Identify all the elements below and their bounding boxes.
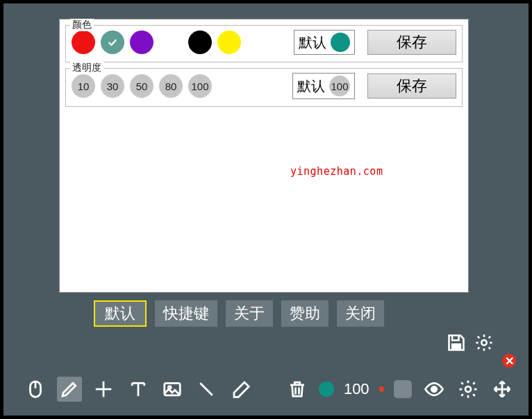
color-swatch-black[interactable] xyxy=(188,31,212,54)
tab-bar: 默认快捷键关于赞助关闭 xyxy=(94,300,384,327)
image-tool[interactable] xyxy=(160,377,184,402)
line-tool[interactable] xyxy=(194,377,219,402)
color-swatch-red[interactable] xyxy=(72,31,95,54)
color-fieldset: 颜色 默认 保存 xyxy=(65,25,463,62)
mouse-tool[interactable] xyxy=(23,377,47,402)
pencil-tool[interactable] xyxy=(57,377,81,402)
tab-4[interactable]: 关闭 xyxy=(337,300,384,327)
opacity-option-10[interactable]: 10 xyxy=(72,74,95,98)
color-default-label: 默认 xyxy=(299,33,326,52)
opacity-option-80[interactable]: 80 xyxy=(159,74,183,98)
upper-icons xyxy=(447,333,494,352)
tab-0[interactable]: 默认 xyxy=(94,300,147,327)
opacity-legend: 透明度 xyxy=(70,62,103,74)
toolbar-size-dot[interactable] xyxy=(379,386,385,392)
opacity-default-value: 100 xyxy=(329,76,350,96)
close-icon[interactable]: ✕ xyxy=(502,354,516,368)
color-legend: 颜色 xyxy=(70,19,94,31)
opacity-option-30[interactable]: 30 xyxy=(101,74,124,98)
svg-point-14 xyxy=(431,386,437,392)
color-default-box[interactable]: 默认 xyxy=(294,30,355,55)
crosshair-tool[interactable] xyxy=(92,377,116,402)
eye-icon[interactable] xyxy=(422,377,446,402)
opacity-fieldset: 透明度 10305080100 默认 100 保存 xyxy=(65,68,463,107)
tab-2[interactable]: 关于 xyxy=(226,300,273,327)
opacity-row: 10305080100 默认 100 保存 xyxy=(72,73,456,99)
opacity-save-button[interactable]: 保存 xyxy=(367,74,456,99)
opacity-default-box[interactable]: 默认 100 xyxy=(292,73,355,99)
svg-point-15 xyxy=(465,386,471,392)
gear-icon[interactable] xyxy=(474,333,494,352)
color-swatch-white[interactable] xyxy=(159,31,183,54)
toolbar-opacity-value[interactable]: 100 xyxy=(344,380,369,398)
color-default-swatch xyxy=(331,33,350,52)
opacity-option-50[interactable]: 50 xyxy=(130,74,153,98)
color-save-button[interactable]: 保存 xyxy=(367,30,456,55)
opacity-option-100[interactable]: 100 xyxy=(188,74,212,98)
text-tool[interactable] xyxy=(126,377,150,402)
watermark-text: yinghezhan.com xyxy=(290,165,383,178)
move-icon[interactable] xyxy=(490,377,515,402)
settings-icon[interactable] xyxy=(456,377,480,402)
color-row: 默认 保存 xyxy=(72,30,456,55)
trash-tool[interactable] xyxy=(285,377,309,402)
settings-panel: 颜色 默认 保存 透明度 10305080100 默认 100 保存 yingh… xyxy=(59,19,469,293)
opacity-default-label: 默认 xyxy=(297,77,325,96)
toolbar-shape-chip[interactable] xyxy=(394,380,412,398)
svg-point-0 xyxy=(481,340,486,345)
toolbar: 100 xyxy=(23,377,515,402)
color-swatch-yellow[interactable] xyxy=(217,31,241,54)
eraser-tool[interactable] xyxy=(228,377,253,402)
toolbar-color-chip[interactable] xyxy=(319,382,334,397)
svg-line-11 xyxy=(201,383,213,395)
color-swatch-purple[interactable] xyxy=(130,31,153,54)
tab-3[interactable]: 赞助 xyxy=(281,300,329,327)
color-swatch-teal[interactable] xyxy=(101,31,124,54)
tab-1[interactable]: 快捷键 xyxy=(155,300,217,327)
save-icon[interactable] xyxy=(447,333,466,352)
